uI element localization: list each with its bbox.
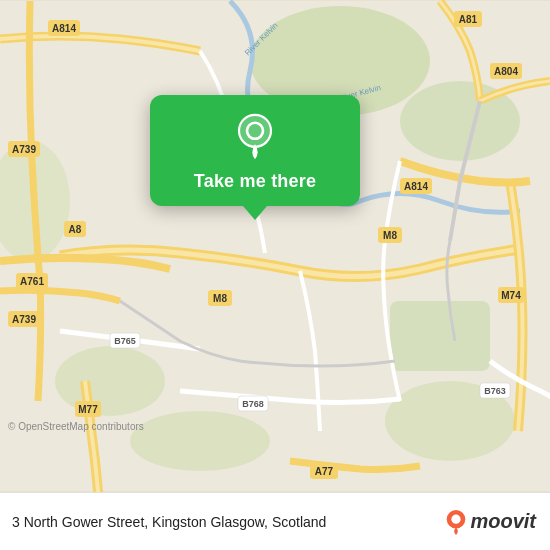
svg-text:A761: A761 [20, 276, 44, 287]
svg-text:A8: A8 [69, 224, 82, 235]
address-text: 3 North Gower Street, Kingston Glasgow, … [12, 514, 445, 530]
svg-point-42 [239, 115, 271, 147]
map-container: River Kelvin River Kelvin [0, 0, 550, 492]
svg-text:M8: M8 [213, 293, 227, 304]
map-svg: River Kelvin River Kelvin [0, 0, 550, 492]
svg-text:B763: B763 [484, 386, 506, 396]
svg-text:A739: A739 [12, 314, 36, 325]
svg-text:A814: A814 [404, 181, 428, 192]
svg-point-5 [130, 411, 270, 471]
svg-text:M8: M8 [383, 230, 397, 241]
bottom-bar: 3 North Gower Street, Kingston Glasgow, … [0, 492, 550, 550]
svg-text:A77: A77 [315, 466, 334, 477]
take-me-there-button[interactable]: Take me there [150, 95, 360, 206]
svg-text:A804: A804 [494, 66, 518, 77]
moovit-logo: moovit [445, 509, 536, 535]
svg-point-45 [452, 514, 461, 523]
svg-text:M77: M77 [78, 404, 98, 415]
svg-text:A814: A814 [52, 23, 76, 34]
svg-text:M74: M74 [501, 290, 521, 301]
moovit-pin-icon [445, 509, 467, 535]
take-me-there-label: Take me there [194, 171, 316, 192]
app: River Kelvin River Kelvin [0, 0, 550, 550]
location-pin-icon [231, 113, 279, 161]
svg-text:B768: B768 [242, 399, 264, 409]
map-attribution: © OpenStreetMap contributors [8, 421, 144, 432]
svg-text:A81: A81 [459, 14, 478, 25]
svg-point-4 [55, 346, 165, 416]
svg-text:A739: A739 [12, 144, 36, 155]
moovit-wordmark: moovit [470, 510, 536, 533]
svg-text:B765: B765 [114, 336, 136, 346]
svg-rect-3 [390, 301, 490, 371]
